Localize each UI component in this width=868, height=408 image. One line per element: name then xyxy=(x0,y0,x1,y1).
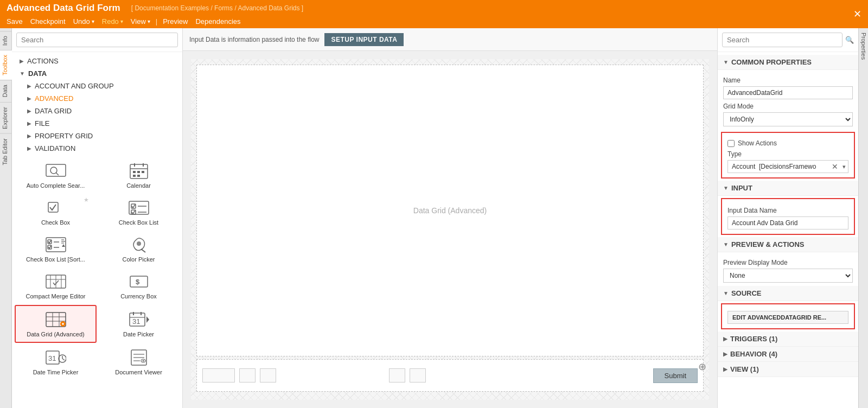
type-input[interactable] xyxy=(728,161,829,173)
show-actions-checkbox[interactable] xyxy=(727,140,735,147)
menu-view[interactable]: View ▾ xyxy=(131,17,150,25)
arrow-preview: ▼ xyxy=(723,241,729,247)
menu-checkpoint[interactable]: Checkpoint xyxy=(30,17,66,25)
section-input[interactable]: ▼ INPUT xyxy=(718,181,858,196)
name-input[interactable] xyxy=(723,86,853,99)
color-picker-label: Color Picker xyxy=(123,256,155,263)
svg-text:31: 31 xyxy=(132,317,140,326)
svg-rect-8 xyxy=(137,171,140,173)
footer-placeholder-2 xyxy=(239,368,256,382)
check-box-label: Check Box xyxy=(41,219,70,226)
tree-item-data-grid[interactable]: ▶ DATA GRID xyxy=(12,105,182,117)
section-behavior[interactable]: ▶ BEHAVIOR (4) xyxy=(718,347,858,362)
tree-item-data[interactable]: ▼ DATA xyxy=(12,67,182,80)
icon-item-color-picker[interactable]: Color Picker xyxy=(98,231,180,267)
svg-rect-11 xyxy=(137,175,140,177)
show-actions-label: Show Actions xyxy=(738,139,777,147)
input-data-name-label: Input Data Name xyxy=(727,207,848,214)
svg-rect-0 xyxy=(46,164,66,176)
tree-arrow-file: ▶ xyxy=(27,120,31,126)
common-properties-group: Name Grid Mode InfoOnly Editable ReadOnl… xyxy=(718,70,858,130)
auto-complete-icon xyxy=(45,162,67,180)
sidebar-tab-data[interactable]: Data xyxy=(0,80,12,101)
grid-mode-select[interactable]: InfoOnly Editable ReadOnly xyxy=(723,112,853,126)
tree-arrow-advanced: ▶ xyxy=(27,95,31,101)
sidebar-tab-toolbox[interactable]: Toolbox xyxy=(0,50,12,80)
tree-item-actions[interactable]: ▶ ACTIONS xyxy=(12,55,182,67)
section-view[interactable]: ▶ VIEW (1) xyxy=(718,362,858,377)
tree-item-account-group[interactable]: ▶ ACCOUNT AND GROUP xyxy=(12,80,182,92)
close-button[interactable]: ✕ xyxy=(853,8,861,20)
icon-item-currency-box[interactable]: $ Currency Box xyxy=(98,268,180,304)
form-canvas[interactable]: Data Grid (Advanced) xyxy=(196,65,704,356)
icon-item-data-grid-advanced[interactable]: Data Grid (Advanced) xyxy=(15,305,97,343)
document-viewer-icon xyxy=(128,348,150,367)
icon-item-check-box[interactable]: ★ Check Box xyxy=(15,194,97,230)
auto-complete-label: Auto Complete Sear... xyxy=(27,182,85,189)
icon-item-calendar[interactable]: Calendar xyxy=(98,157,180,193)
section-common-properties[interactable]: ▼ COMMON PROPERTIES xyxy=(718,55,858,70)
section-preview[interactable]: ▼ PREVIEW & ACTIONS xyxy=(718,237,858,252)
icon-item-date-picker[interactable]: 31 Date Picker xyxy=(98,305,180,343)
icon-item-date-time-picker[interactable]: 31 Date Time Picker xyxy=(15,344,97,380)
menu-preview[interactable]: Preview xyxy=(163,17,188,25)
type-label: Type xyxy=(727,150,848,158)
arrow-common: ▼ xyxy=(723,59,729,65)
check-box-list-sort-label: Check Box List [Sort... xyxy=(26,256,85,263)
input-data-name-input[interactable] xyxy=(727,216,848,229)
svg-line-2 xyxy=(56,173,59,175)
icon-item-document-viewer[interactable]: Document Viewer xyxy=(98,344,180,380)
submit-button[interactable]: Submit xyxy=(653,368,698,383)
side-tabs: Info Toolbox Data Explorer Tab Editor xyxy=(0,28,12,408)
preview-group: Preview Display Mode None Inline Modal xyxy=(718,252,858,286)
svg-marker-48 xyxy=(146,316,149,323)
tree-arrow-data: ▼ xyxy=(20,71,25,76)
setup-input-data-button[interactable]: SETUP INPUT DATA xyxy=(324,33,404,46)
add-element-indicator[interactable]: ⊕ xyxy=(698,361,706,373)
tree-label-data-grid: DATA GRID xyxy=(35,107,72,115)
calendar-label: Calendar xyxy=(126,182,151,189)
tree-label-advanced: ADVANCED xyxy=(35,94,73,103)
tree-item-validation[interactable]: ▶ VALIDATION xyxy=(12,142,182,155)
edit-source-button[interactable]: EDIT ADVANCEDDATAGRID RE... xyxy=(727,311,848,324)
icon-item-check-box-list[interactable]: Check Box List xyxy=(98,194,180,230)
section-triggers[interactable]: ▶ TRIGGERS (1) xyxy=(718,331,858,347)
tree-item-file[interactable]: ▶ FILE xyxy=(12,117,182,130)
section-triggers-label: TRIGGERS (1) xyxy=(730,335,777,343)
check-box-list-sort-icon xyxy=(45,235,67,254)
tree-label-account-group: ACCOUNT AND GROUP xyxy=(35,82,114,90)
tree-item-advanced[interactable]: ▶ ADVANCED xyxy=(12,92,182,105)
svg-rect-12 xyxy=(48,202,58,212)
menu-dependencies[interactable]: Dependencies xyxy=(195,17,240,25)
svg-rect-7 xyxy=(133,171,136,173)
icon-item-compact-merge[interactable]: Compact Merge Editor xyxy=(15,268,97,304)
tree-label-validation: VALIDATION xyxy=(35,144,75,152)
svg-rect-10 xyxy=(133,175,136,177)
tree-arrow-data-grid: ▶ xyxy=(27,108,31,114)
properties-search-input[interactable] xyxy=(722,33,843,47)
tree-item-property-grid[interactable]: ▶ PROPERTY GRID xyxy=(12,130,182,142)
icon-item-check-box-list-sort[interactable]: Check Box List [Sort... xyxy=(15,231,97,267)
sidebar-tab-tab-editor[interactable]: Tab Editor xyxy=(0,133,12,170)
sidebar-tab-explorer[interactable]: Explorer xyxy=(0,102,12,133)
toolbox-search-input[interactable] xyxy=(16,33,178,47)
compact-merge-label: Compact Merge Editor xyxy=(25,293,85,299)
type-dropdown-icon[interactable]: ▾ xyxy=(840,163,848,170)
menu-redo[interactable]: Redo ▾ xyxy=(102,17,123,25)
icon-item-auto-complete[interactable]: Auto Complete Sear... xyxy=(15,157,97,193)
show-actions-type-group: Show Actions Type ✕ ▾ xyxy=(721,132,855,178)
canvas-area: Input Data is information passed into th… xyxy=(183,28,717,408)
section-source[interactable]: ▼ SOURCE xyxy=(718,286,858,301)
sidebar-tab-info[interactable]: Info xyxy=(0,31,12,50)
data-grid-advanced-icon xyxy=(45,310,67,329)
grid-mode-label: Grid Mode xyxy=(723,103,853,110)
source-group: EDIT ADVANCEDDATAGRID RE... xyxy=(721,303,855,329)
show-actions-row: Show Actions xyxy=(727,139,848,147)
preview-display-select[interactable]: None Inline Modal xyxy=(723,269,853,283)
menu-save[interactable]: Save xyxy=(7,17,23,25)
right-tab-properties[interactable]: Properties xyxy=(859,28,868,64)
menu-undo[interactable]: Undo ▾ xyxy=(73,17,94,25)
tree-arrow-actions: ▶ xyxy=(20,58,24,64)
footer-placeholder-3 xyxy=(260,368,276,382)
type-clear-icon[interactable]: ✕ xyxy=(829,162,840,171)
